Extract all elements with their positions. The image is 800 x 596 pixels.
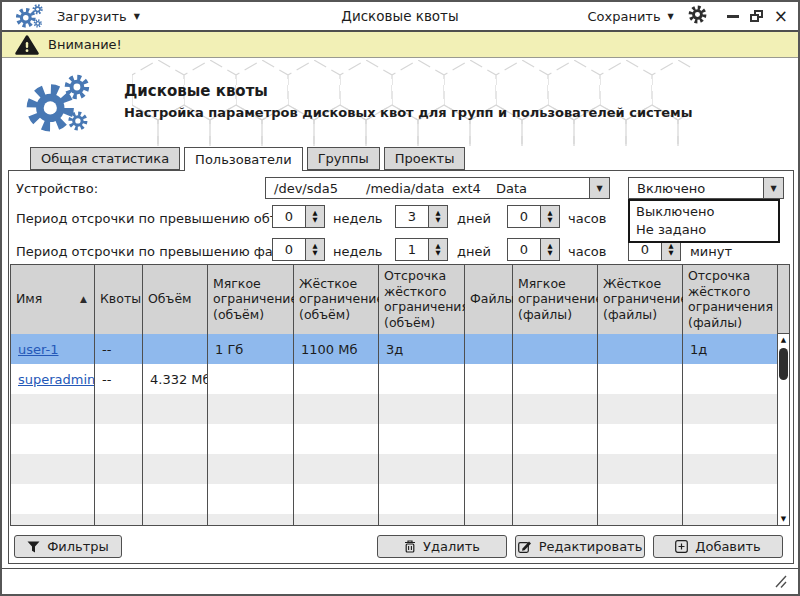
scrollbar-thumb[interactable] (779, 348, 788, 380)
sort-ascending-icon: ▲ (80, 294, 87, 305)
days-unit-label: дней (457, 244, 491, 259)
column-header-soft-files[interactable]: Мягкое ограничение (файлы) (513, 265, 598, 335)
stepper-arrows-icon[interactable]: ▲▼ (428, 239, 447, 260)
titlebar: Загрузить ▼ Дисковые квоты Сохранить ▼ × (2, 2, 798, 32)
empty-row (11, 484, 777, 514)
days-unit-label: дней (457, 211, 491, 226)
weeks-unit-label: недель (333, 211, 382, 226)
table-body: user-1 -- 1 Гб 1100 Мб 3д 1д superadmin … (11, 334, 777, 525)
hours-unit-label: часов (568, 211, 606, 226)
hours-unit-label: часов (568, 244, 606, 259)
page-logo-gears-icon (26, 73, 92, 135)
table-row-superadmin[interactable]: superadmin -- 4.332 Мб (11, 364, 777, 394)
column-header-quotas[interactable]: Квоты (95, 265, 143, 335)
device-combobox[interactable]: /dev/sda5 /media/data ext4 Data ▼ (265, 177, 610, 199)
column-header-name[interactable]: Имя ▲ (11, 265, 95, 335)
volume-hours-stepper[interactable]: 0 ▲▼ (507, 205, 560, 228)
volume-weeks-stepper[interactable]: 0 ▲▼ (272, 205, 325, 228)
quota-state-option-unset[interactable]: Не задано (630, 221, 778, 239)
close-button[interactable]: × (774, 10, 788, 22)
page-header: Дисковые квоты Настройка параметров диск… (2, 58, 798, 147)
filter-funnel-icon (27, 541, 40, 553)
plus-icon (675, 540, 688, 553)
device-path: /dev/sda5 (274, 181, 366, 196)
tab-users[interactable]: Пользователи (184, 147, 303, 171)
warning-banner: Внимание! (2, 32, 798, 58)
column-header-files-grace[interactable]: Отсрочка жёсткого ограничения (файлы) (683, 265, 777, 335)
files-weeks-stepper[interactable]: 0 ▲▼ (272, 238, 325, 261)
minutes-unit-label: минут (690, 244, 732, 259)
empty-row (11, 394, 777, 424)
minimize-button[interactable] (727, 15, 739, 18)
empty-row (11, 454, 777, 484)
tab-bar: Общая статистика Пользователи Группы Про… (30, 147, 469, 171)
quota-state-dropdown-button[interactable]: ▼ (763, 178, 783, 198)
volume-days-stepper[interactable]: 3 ▲▼ (395, 205, 448, 228)
add-button[interactable]: Добавить (653, 535, 783, 558)
empty-row (11, 424, 777, 454)
device-name: Data (496, 181, 527, 196)
tab-general-stats[interactable]: Общая статистика (30, 147, 180, 170)
resize-grip[interactable] (771, 575, 788, 590)
edit-pencil-icon (518, 540, 532, 553)
save-menu-button[interactable]: Сохранить ▼ (587, 9, 673, 24)
stepper-arrows-icon[interactable]: ▲▼ (305, 206, 324, 227)
filters-button[interactable]: Фильтры (14, 535, 122, 558)
vertical-scrollbar[interactable]: ▲ ▼ (777, 334, 789, 525)
table-header-filler (777, 265, 789, 334)
hexagon-pattern-decoration (132, 60, 692, 146)
column-header-hard-volume[interactable]: Жёсткое ограничение (объём) (294, 265, 379, 335)
quota-state-combobox[interactable]: Включено ▼ (628, 177, 784, 199)
volume-grace-label: Период отсрочки по превышению объёма: (16, 211, 309, 226)
users-tab-panel: Устройство: /dev/sda5 /media/data ext4 D… (8, 170, 794, 564)
user-link[interactable]: user-1 (18, 342, 59, 357)
device-label: Устройство: (16, 181, 98, 196)
tab-groups[interactable]: Группы (307, 147, 380, 170)
settings-gear-icon[interactable] (688, 5, 707, 28)
stepper-arrows-icon[interactable]: ▲▼ (540, 206, 559, 227)
scroll-up-icon[interactable]: ▲ (778, 334, 789, 346)
stepper-arrows-icon[interactable]: ▲▼ (428, 206, 447, 227)
tab-projects[interactable]: Проекты (384, 147, 466, 170)
column-header-hard-files[interactable]: Жёсткое ограничение (файлы) (598, 265, 683, 335)
chevron-down-icon: ▼ (596, 184, 602, 193)
column-header-files[interactable]: Файлы (465, 265, 513, 335)
table-header: Имя ▲ Квоты Объём Мягкое ограничение (об… (11, 265, 777, 334)
table-row-user-1[interactable]: user-1 -- 1 Гб 1100 Мб 3д 1д (11, 334, 777, 364)
chevron-down-icon: ▼ (134, 12, 140, 21)
status-bar (2, 568, 798, 594)
user-link[interactable]: superadmin (18, 372, 95, 387)
app-logo-gears-icon (16, 3, 44, 30)
edit-button[interactable]: Редактировать (515, 535, 645, 558)
stepper-arrows-icon[interactable]: ▲▼ (540, 239, 559, 260)
quota-table: Имя ▲ Квоты Объём Мягкое ограничение (об… (10, 264, 790, 526)
chevron-down-icon: ▼ (668, 12, 674, 21)
load-menu-button[interactable]: Загрузить ▼ (57, 9, 140, 24)
warning-text: Внимание! (48, 37, 122, 52)
page-subtitle: Настройка параметров дисковых квот для г… (124, 105, 692, 120)
maximize-restore-button[interactable] (750, 10, 763, 22)
device-dropdown-button[interactable]: ▼ (589, 178, 609, 198)
files-hours-stepper[interactable]: 0 ▲▼ (507, 238, 560, 261)
delete-button[interactable]: Удалить (377, 535, 507, 558)
load-menu-label: Загрузить (57, 9, 127, 24)
warning-triangle-icon (15, 35, 39, 55)
column-header-soft-volume[interactable]: Мягкое ограничение (объём) (208, 265, 294, 335)
device-fstype: ext4 (452, 181, 496, 196)
column-header-volume[interactable]: Объём (143, 265, 208, 335)
files-grace-label: Период отсрочки по превышению файлов: (16, 244, 310, 259)
scroll-down-icon[interactable]: ▼ (778, 513, 789, 525)
page-title: Дисковые квоты (124, 82, 268, 100)
empty-row (11, 514, 777, 525)
quota-state-value: Включено (629, 181, 763, 196)
quota-state-option-off[interactable]: Выключено (630, 203, 778, 221)
quota-state-dropdown-list: Выключено Не задано (628, 199, 780, 243)
column-header-volume-grace[interactable]: Отсрочка жёсткого ограничения (объём) (379, 265, 465, 335)
files-days-stepper[interactable]: 1 ▲▼ (395, 238, 448, 261)
save-menu-label: Сохранить (587, 9, 660, 24)
chevron-down-icon: ▼ (770, 184, 776, 193)
trash-icon (404, 540, 416, 553)
weeks-unit-label: недель (333, 244, 382, 259)
stepper-arrows-icon[interactable]: ▲▼ (305, 239, 324, 260)
app-window: Загрузить ▼ Дисковые квоты Сохранить ▼ × (0, 0, 800, 596)
